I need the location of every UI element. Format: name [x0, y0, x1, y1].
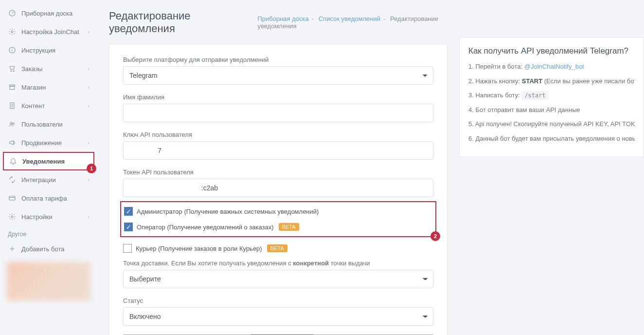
- nav-label: Заказы: [21, 65, 88, 73]
- svg-point-8: [10, 122, 12, 124]
- help-step-4: 4. Бот отправит вам ваши API данные: [468, 105, 635, 115]
- help-step-1: 1. Перейти в бота: @JoinChatNotify_bot: [468, 62, 635, 72]
- platform-label: Выберите платформу для отправки уведолме…: [123, 56, 433, 63]
- help-step-6: 6. Данный бот будет вам присылать уведол…: [468, 134, 635, 144]
- apikey-input[interactable]: [123, 141, 433, 160]
- nav-billing[interactable]: Оплата тарифа: [0, 189, 97, 207]
- page-title: Редактирование уведомления: [109, 10, 238, 35]
- megaphone-icon: [8, 138, 17, 147]
- nav-label: Приборная доска: [21, 10, 89, 17]
- nav-label: Продвижение: [21, 139, 88, 147]
- svg-point-9: [13, 123, 14, 124]
- code-start: /start: [521, 91, 548, 100]
- nav-label: Контент: [21, 102, 88, 110]
- crumb-dashboard[interactable]: Приборная доска: [257, 15, 308, 22]
- delivery-label: Точка доставки. Если Вы хотите получать …: [123, 260, 433, 267]
- breadcrumb: Приборная доска- Список уведомлений- Ред…: [257, 15, 447, 30]
- svg-rect-10: [9, 196, 15, 200]
- nav-promo[interactable]: Продвижение›: [0, 133, 97, 152]
- nav-settings[interactable]: Настройки›: [0, 207, 97, 226]
- nav-notifications[interactable]: Уведомления1: [3, 152, 94, 170]
- archive-icon: [8, 83, 17, 92]
- page-header: Редактирование уведомления Приборная дос…: [109, 10, 447, 35]
- users-icon: [8, 120, 17, 129]
- nav-label: Настройка JoinChat: [21, 28, 88, 36]
- checkbox-operator-label: Оператор (Получение уведомлений о заказа…: [137, 223, 274, 231]
- info-icon: [8, 46, 17, 55]
- nav-label: Интеграции: [21, 176, 88, 184]
- name-label: Имя фамилия: [123, 93, 433, 101]
- chevron-right-icon: ›: [88, 29, 89, 35]
- cart-icon: [8, 64, 17, 73]
- chevron-right-icon: ›: [88, 140, 89, 146]
- crumb-list[interactable]: Список уведомлений: [319, 15, 380, 22]
- bell-icon: [9, 157, 18, 166]
- svg-rect-6: [10, 86, 14, 90]
- nav-instruction[interactable]: Инструкция: [0, 41, 97, 59]
- nav-integrations[interactable]: Интеграции›: [0, 170, 97, 189]
- help-step-5: 5. Api получен! Скопируйте полученый API…: [468, 119, 635, 129]
- svg-point-11: [11, 216, 13, 218]
- apikey-label: Ключ API пользователя: [123, 131, 433, 138]
- gear-icon: [8, 212, 17, 221]
- nav-label: Инструкция: [21, 47, 89, 54]
- nav-add-bot[interactable]: Добавить бота: [0, 240, 97, 258]
- nav-label: Пользователи: [21, 121, 89, 128]
- checkbox-admin[interactable]: ✓: [124, 207, 133, 216]
- delivery-select[interactable]: Выберите: [123, 270, 433, 288]
- highlight-box-roles: ✓ Администратор (Получение важных систем…: [120, 201, 436, 237]
- nav-label: Добавить бота: [21, 245, 89, 253]
- nav-dashboard[interactable]: Приборная доска: [0, 4, 97, 22]
- nav-label: Настройки: [21, 213, 88, 221]
- checkbox-admin-label: Администратор (Получение важных системны…: [137, 208, 319, 215]
- svg-point-4: [13, 71, 14, 72]
- chevron-right-icon: ›: [88, 84, 89, 90]
- nav-users[interactable]: Пользователи: [0, 115, 97, 133]
- doc-icon: [8, 101, 17, 110]
- token-label: Токен API пользователя: [123, 168, 433, 176]
- svg-point-3: [11, 71, 12, 72]
- nav-label: Оплата тарифа: [21, 195, 89, 202]
- loop-icon: [8, 175, 17, 184]
- checkbox-operator[interactable]: ✓: [124, 223, 133, 231]
- nav-content[interactable]: Контент›: [0, 96, 97, 115]
- checkbox-courier[interactable]: [123, 244, 132, 253]
- nav-orders[interactable]: Заказы›: [0, 59, 97, 78]
- platform-select[interactable]: Telegram: [123, 66, 433, 85]
- nav-section-other: Другое: [0, 226, 97, 240]
- chevron-right-icon: ›: [88, 214, 89, 220]
- help-step-2: 2. Нажать кнопку: START (Если вы ранее у…: [468, 76, 635, 86]
- plus-icon: [8, 244, 17, 253]
- status-label: Статус: [123, 297, 433, 304]
- sidebar-user-block: [7, 262, 90, 301]
- help-panel: Как получить API уведолмений Telegram? 1…: [459, 37, 644, 157]
- sidebar: Приборная доска Настройка JoinChat› Инст…: [0, 0, 97, 335]
- gauge-icon: [8, 9, 17, 18]
- svg-point-1: [11, 31, 13, 33]
- status-select[interactable]: Включено: [123, 307, 433, 326]
- chevron-right-icon: ›: [88, 177, 89, 183]
- token-input[interactable]: [123, 179, 433, 197]
- chevron-right-icon: ›: [88, 66, 89, 72]
- form-card: Выберите платформу для отправки уведолме…: [109, 44, 447, 335]
- help-step-3: 3. Написать боту: /start: [468, 91, 635, 100]
- nav-label: Магазин: [21, 84, 88, 91]
- bot-link[interactable]: @JoinChatNotify_bot: [524, 63, 584, 70]
- card-icon: [8, 194, 17, 203]
- chevron-right-icon: ›: [88, 103, 89, 109]
- checkbox-courier-label: Курьер (Получение заказов в роли Курьер): [136, 245, 262, 252]
- nav-joinchat[interactable]: Настройка JoinChat›: [0, 22, 97, 41]
- gear-icon: [8, 27, 17, 36]
- nav-label: Уведомления: [22, 158, 89, 165]
- beta-badge: BETA: [267, 244, 287, 252]
- help-title: Как получить API уведолмений Telegram?: [468, 46, 635, 56]
- beta-badge: BETA: [279, 223, 299, 231]
- highlight-badge-2: 2: [430, 231, 440, 241]
- nav-shop[interactable]: Магазин›: [0, 78, 97, 96]
- name-input[interactable]: [123, 104, 433, 122]
